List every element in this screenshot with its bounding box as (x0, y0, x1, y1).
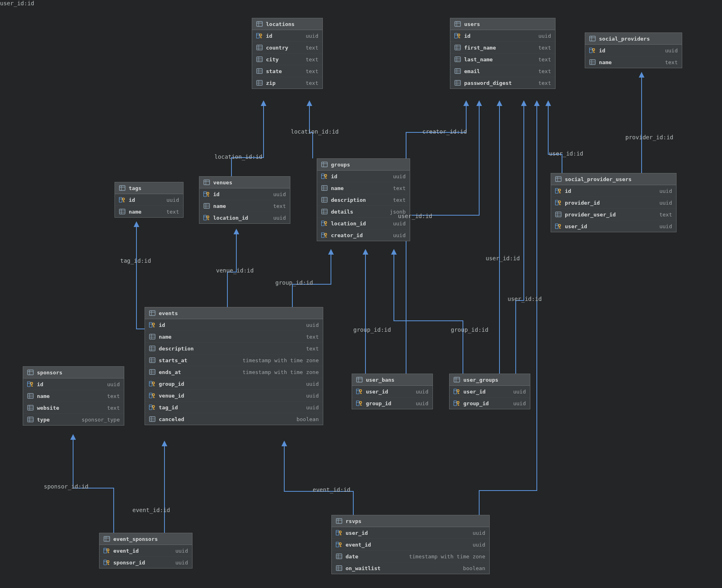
er-diagram[interactable]: locationsiduuidcountrytextcitytextstatet… (0, 0, 722, 588)
svg-rect-173 (357, 389, 359, 394)
svg-rect-60 (119, 209, 125, 214)
table-social_providers[interactable]: social_providersiduuidnametext (585, 32, 682, 68)
column-row[interactable]: user_iduuid (450, 386, 530, 398)
column-name: name (331, 185, 390, 191)
column-row[interactable]: citytext (252, 54, 322, 65)
column-row[interactable]: iduuid (115, 194, 183, 206)
table-event_sponsors[interactable]: event_sponsorsevent_iduuidsponsor_iduuid (99, 533, 192, 569)
svg-rect-64 (204, 180, 210, 185)
column-row[interactable]: nametext (145, 331, 323, 343)
column-row[interactable]: provider_user_idtext (551, 209, 676, 220)
column-row[interactable]: starts_attimestamp with time zone (145, 355, 323, 366)
column-name: on_waitlist (346, 565, 460, 571)
svg-rect-25 (455, 33, 458, 38)
column-row[interactable]: user_iduuid (551, 220, 676, 232)
key-column-icon (336, 541, 342, 548)
svg-point-187 (457, 402, 459, 404)
column-row[interactable]: location_iduuid (317, 218, 410, 229)
column-row[interactable]: event_iduuid (332, 539, 489, 551)
column-row[interactable]: group_iduuid (145, 378, 323, 390)
table-icon (27, 369, 34, 376)
table-header[interactable]: sponsors (23, 367, 124, 378)
column-row[interactable]: iduuid (199, 188, 290, 200)
column-row[interactable]: nametext (115, 206, 183, 217)
table-users[interactable]: usersiduuidfirst_nametextlast_nametextem… (450, 18, 556, 89)
table-header[interactable]: user_bans (352, 374, 432, 386)
column-row[interactable]: countrytext (252, 42, 322, 54)
column-row[interactable]: iduuid (23, 378, 124, 390)
column-row[interactable]: group_iduuid (352, 398, 432, 409)
column-row[interactable]: group_iduuid (450, 398, 530, 409)
column-row[interactable]: creator_iduuid (317, 229, 410, 241)
column-row[interactable]: websitetext (23, 402, 124, 414)
column-icon (27, 416, 34, 423)
edge-label: sponsor_id:id (44, 483, 89, 490)
column-row[interactable]: nametext (585, 56, 682, 68)
table-header[interactable]: tags (115, 182, 183, 194)
svg-point-116 (559, 225, 561, 227)
column-row[interactable]: user_iduuid (352, 386, 432, 398)
column-row[interactable]: detailsjsonb (317, 206, 410, 218)
table-header[interactable]: event_sponsors (99, 533, 192, 545)
table-header[interactable]: social_providers (585, 33, 682, 45)
table-header[interactable]: venues (199, 177, 290, 188)
relationship-edge (412, 103, 479, 215)
column-row[interactable]: nametext (317, 182, 410, 194)
column-row[interactable]: first_nametext (450, 42, 555, 54)
column-row[interactable]: canceledboolean (145, 413, 323, 425)
edge-label: tag_id:id (120, 257, 151, 264)
svg-rect-145 (149, 346, 155, 351)
table-header[interactable]: locations (252, 18, 322, 30)
table-groups[interactable]: groupsiduuidnametextdescriptiontextdetai… (317, 158, 410, 241)
column-row[interactable]: tag_iduuid (145, 402, 323, 413)
table-venues[interactable]: venuesiduuidnametextlocation_iduuid (199, 176, 290, 224)
table-header[interactable]: social_provider_users (551, 173, 676, 185)
column-row[interactable]: venue_iduuid (145, 390, 323, 402)
column-name: user_id (565, 223, 656, 229)
column-row[interactable]: nametext (23, 390, 124, 402)
column-row[interactable]: emailtext (450, 65, 555, 77)
table-user_bans[interactable]: user_bansuser_iduuidgroup_iduuid (352, 374, 433, 409)
column-name: city (266, 56, 303, 63)
column-row[interactable]: iduuid (585, 45, 682, 56)
table-header[interactable]: user_groups (450, 374, 530, 386)
table-locations[interactable]: locationsiduuidcountrytextcitytextstatet… (252, 18, 323, 89)
table-rsvps[interactable]: rsvpsuser_iduuidevent_iduuiddatetimestam… (331, 515, 490, 574)
column-row[interactable]: descriptiontext (145, 343, 323, 355)
svg-rect-67 (204, 192, 207, 197)
table-header[interactable]: groups (317, 159, 410, 171)
column-row[interactable]: ends_attimestamp with time zone (145, 366, 323, 378)
table-events[interactable]: eventsiduuidnametextdescriptiontextstart… (145, 307, 323, 425)
svg-rect-203 (336, 542, 339, 547)
column-row[interactable]: event_iduuid (99, 545, 192, 557)
column-row[interactable]: iduuid (450, 30, 555, 42)
column-row[interactable]: typesponsor_type (23, 414, 124, 425)
svg-point-193 (107, 549, 109, 551)
column-row[interactable]: iduuid (551, 185, 676, 197)
svg-rect-138 (149, 322, 152, 327)
column-row[interactable]: statetext (252, 65, 322, 77)
column-row[interactable]: on_waitlistboolean (332, 562, 489, 574)
column-row[interactable]: last_nametext (450, 54, 555, 65)
column-row[interactable]: iduuid (317, 171, 410, 182)
column-row[interactable]: password_digesttext (450, 77, 555, 89)
column-row[interactable]: location_iduuid (199, 212, 290, 223)
relationship-edge (406, 103, 466, 158)
column-row[interactable]: iduuid (252, 30, 322, 42)
table-sponsors[interactable]: sponsorsiduuidnametextwebsitetexttypespo… (23, 366, 124, 426)
column-row[interactable]: nametext (199, 200, 290, 212)
column-row[interactable]: ziptext (252, 77, 322, 89)
table-header[interactable]: users (450, 18, 555, 30)
column-row[interactable]: descriptiontext (317, 194, 410, 206)
column-row[interactable]: iduuid (145, 319, 323, 331)
column-row[interactable]: user_iduuid (332, 527, 489, 539)
column-row[interactable]: provider_iduuid (551, 197, 676, 209)
table-header[interactable]: events (145, 307, 323, 319)
table-social_provider_users[interactable]: social_provider_usersiduuidprovider_iduu… (551, 173, 677, 232)
column-row[interactable]: datetimestamp with time zone (332, 551, 489, 562)
column-icon (589, 59, 596, 65)
table-tags[interactable]: tagsiduuidnametext (115, 182, 184, 218)
table-header[interactable]: rsvps (332, 515, 489, 527)
table-user_groups[interactable]: user_groupsuser_iduuidgroup_iduuid (449, 374, 530, 409)
column-row[interactable]: sponsor_iduuid (99, 557, 192, 568)
